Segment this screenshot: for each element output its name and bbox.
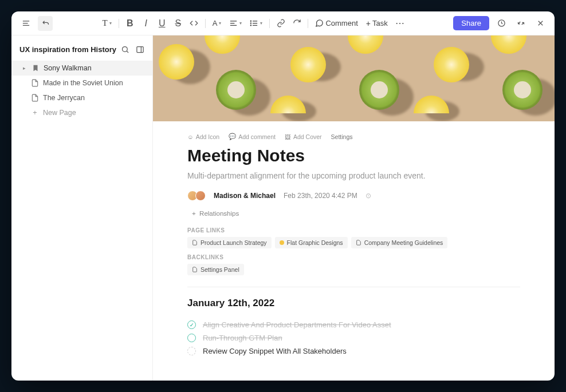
svg-point-1	[251, 23, 251, 23]
history-icon[interactable]	[494, 16, 509, 31]
sidebar-item-walkman[interactable]: ▸ Sony Walkman	[11, 61, 152, 76]
panel-icon[interactable]	[134, 43, 146, 55]
doc-icon	[356, 240, 361, 246]
backlinks-label: BACKLINKS	[187, 254, 520, 260]
comment-button[interactable]: Comment	[312, 17, 361, 30]
visibility-icon[interactable]: ⊙	[365, 192, 371, 200]
checkbox-empty-icon[interactable]	[187, 347, 196, 355]
add-icon-button[interactable]: ☺ Add Icon	[187, 133, 219, 140]
bookmark-icon	[32, 64, 40, 72]
page-links-label: PAGE LINKS	[187, 227, 520, 233]
more-icon[interactable]: ⋯	[392, 16, 407, 31]
italic-icon[interactable]: I	[139, 16, 154, 31]
task-row[interactable]: Run-Through GTM Plan	[187, 331, 520, 345]
meta-row: Madison & Michael Feb 23th, 2020 4:42 PM…	[187, 191, 520, 201]
page-subtitle[interactable]: Multi-department alignment for the upcom…	[187, 171, 520, 180]
sidebar-item-label: The Jerrycan	[43, 94, 85, 102]
chip-flat-graphic[interactable]: Flat Graphic Designs	[275, 237, 348, 248]
svg-point-0	[251, 21, 251, 21]
search-icon[interactable]	[119, 43, 131, 55]
content-area: ☺ Add Icon 💬 Add comment 🖼 Add Cover Set…	[153, 35, 555, 381]
sidebar: UX inspiration from History ▸ Sony Walkm…	[11, 35, 153, 381]
share-button[interactable]: Share	[453, 16, 489, 30]
divider	[187, 287, 520, 287]
collapse-icon[interactable]	[513, 16, 528, 31]
text-color-dropdown[interactable]: A▾	[209, 17, 225, 30]
add-cover-button[interactable]: 🖼 Add Cover	[285, 133, 322, 140]
sidebar-item-jerrycan[interactable]: The Jerrycan	[11, 90, 152, 105]
chip-product-launch[interactable]: Product Launch Strategy	[187, 237, 272, 248]
svg-rect-5	[136, 46, 143, 52]
task-row[interactable]: Review Copy Snippet With All Stakeholder…	[187, 345, 520, 358]
sidebar-title: UX inspiration from History	[19, 45, 116, 54]
bold-icon[interactable]: B	[123, 16, 137, 31]
task-label: Align Creative And Product Departments F…	[203, 320, 391, 329]
code-icon[interactable]	[187, 16, 202, 31]
checkbox-icon[interactable]	[187, 334, 196, 342]
close-icon[interactable]	[533, 16, 548, 31]
align-dropdown[interactable]: ▾	[226, 17, 245, 30]
task-button[interactable]: +Task	[363, 17, 391, 30]
relationships-button[interactable]: + Relationships	[187, 208, 520, 223]
chip-company-guidelines[interactable]: Company Meeting Guidelines	[351, 237, 448, 248]
doc-icon	[192, 267, 198, 272]
svg-point-2	[251, 25, 251, 26]
cover-image	[153, 35, 555, 121]
text-style-dropdown[interactable]: T▾	[99, 16, 115, 30]
link-icon[interactable]	[273, 16, 288, 31]
task-label: Review Copy Snippet With All Stakeholder…	[203, 347, 347, 355]
sidebar-item-soviet[interactable]: Made in the Soviet Union	[11, 76, 152, 90]
refresh-icon[interactable]	[289, 16, 304, 31]
avatar	[195, 191, 206, 201]
sidebar-item-label: Sony Walkman	[44, 64, 92, 72]
chip-settings-panel[interactable]: Settings Panel	[187, 264, 244, 275]
underline-icon[interactable]: U	[155, 16, 170, 31]
add-comment-button[interactable]: 💬 Add comment	[229, 133, 276, 140]
new-page-label: New Page	[43, 109, 76, 117]
section-heading[interactable]: January 12th, 2022	[187, 298, 520, 309]
sidebar-item-label: Made in the Soviet Union	[43, 79, 123, 87]
doc-actions: ☺ Add Icon 💬 Add comment 🖼 Add Cover Set…	[187, 133, 520, 140]
authors[interactable]: Madison & Michael	[214, 192, 276, 200]
doc-settings-button[interactable]: Settings	[331, 133, 353, 140]
toolbar: T▾ B I U S A▾ ▾ ▾ Comment +Task ⋯ Share	[11, 11, 555, 35]
new-page-button[interactable]: + New Page	[11, 105, 152, 120]
menu-icon[interactable]	[18, 16, 33, 31]
svg-point-4	[122, 46, 127, 52]
backlinks-chips: Settings Panel	[187, 264, 520, 275]
strikethrough-icon[interactable]: S	[171, 16, 186, 31]
task-label: Run-Through GTM Plan	[203, 334, 282, 342]
app-window: T▾ B I U S A▾ ▾ ▾ Comment +Task ⋯ Share	[11, 11, 555, 381]
list-dropdown[interactable]: ▾	[246, 17, 266, 30]
comment-label: Comment	[325, 19, 357, 27]
doc-icon	[192, 240, 198, 246]
back-icon[interactable]	[38, 16, 53, 31]
doc-icon	[31, 79, 39, 87]
page-links-chips: Product Launch Strategy Flat Graphic Des…	[187, 237, 520, 248]
doc-date: Feb 23th, 2020 4:42 PM	[284, 192, 357, 200]
checkbox-checked-icon[interactable]	[187, 320, 196, 329]
doc-icon	[31, 94, 39, 102]
task-label: Task	[372, 19, 388, 27]
page-title[interactable]: Meeting Notes	[187, 146, 520, 165]
task-row[interactable]: Align Creative And Product Departments F…	[187, 318, 520, 331]
dot-icon	[280, 240, 284, 245]
author-avatars[interactable]	[187, 191, 206, 201]
